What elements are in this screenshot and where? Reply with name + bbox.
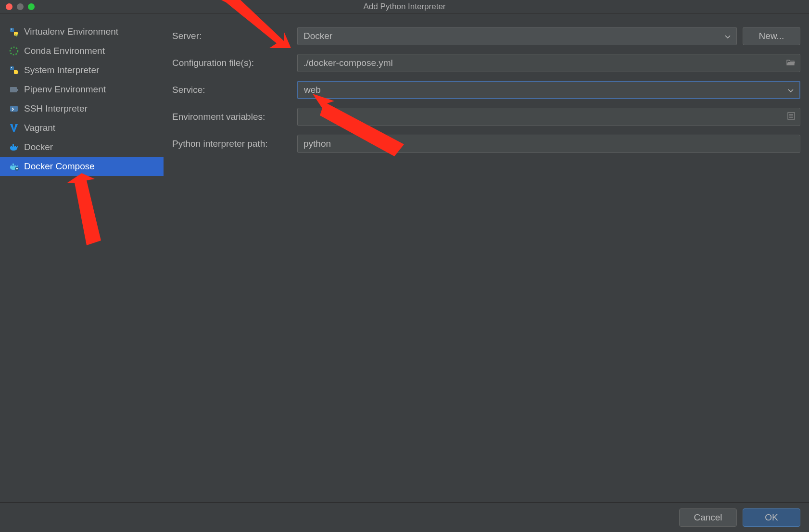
svg-point-0 (11, 29, 12, 30)
maximize-window-icon[interactable] (28, 3, 35, 10)
env-variables-input[interactable] (297, 108, 800, 126)
sidebar-item-ssh[interactable]: SSH Interpreter (0, 99, 164, 118)
ok-button[interactable]: OK (743, 508, 800, 527)
svg-text:v: v (15, 33, 18, 37)
sidebar-item-system[interactable]: System Interpreter (0, 61, 164, 80)
service-dropdown[interactable]: web (297, 81, 800, 99)
svg-rect-4 (10, 87, 17, 92)
svg-point-2 (10, 47, 18, 55)
sidebar-item-label: Docker Compose (24, 161, 95, 172)
interpreter-type-sidebar: v Virtualenv Environment Conda Environme… (0, 13, 164, 502)
docker-compose-icon (9, 161, 19, 172)
window-controls (0, 3, 35, 10)
close-window-icon[interactable] (6, 3, 13, 10)
sidebar-item-label: System Interpreter (24, 65, 99, 76)
chevron-down-icon (725, 31, 731, 41)
server-dropdown-value: Docker (303, 31, 332, 41)
sidebar-item-pipenv[interactable]: Pipenv Environment (0, 80, 164, 99)
python-v-icon: v (9, 26, 19, 37)
window-title: Add Python Interpreter (363, 2, 445, 12)
new-server-button[interactable]: New... (743, 27, 800, 45)
svg-point-3 (11, 67, 12, 68)
minimize-window-icon[interactable] (17, 3, 24, 10)
sidebar-item-docker[interactable]: Docker (0, 138, 164, 157)
titlebar: Add Python Interpreter (0, 0, 809, 13)
service-label: Service: (172, 85, 291, 95)
svg-rect-16 (16, 168, 18, 169)
sidebar-item-label: Vagrant (24, 123, 55, 133)
dialog-footer: Cancel OK (0, 502, 809, 532)
form-panel: Server: Docker New... Configuration file… (164, 13, 809, 502)
svg-rect-13 (13, 164, 14, 165)
svg-rect-9 (13, 144, 14, 146)
sidebar-item-label: Conda Environment (24, 46, 105, 56)
sidebar-item-label: Pipenv Environment (24, 84, 106, 95)
sidebar-item-docker-compose[interactable]: Docker Compose (0, 157, 164, 176)
cancel-button[interactable]: Cancel (679, 508, 737, 527)
python-icon (9, 65, 19, 76)
vagrant-icon (9, 123, 19, 133)
config-files-value: ./docker-compose.yml (303, 58, 393, 68)
sidebar-item-label: SSH Interpreter (24, 103, 88, 114)
config-files-input[interactable]: ./docker-compose.yml (297, 54, 800, 72)
sidebar-item-label: Virtualenv Environment (24, 26, 118, 37)
conda-icon (9, 46, 19, 56)
chevron-down-icon (788, 85, 794, 95)
folder-open-icon[interactable] (786, 58, 795, 68)
interpreter-path-value: python (303, 139, 331, 149)
config-label: Configuration file(s): (172, 58, 291, 68)
server-label: Server: (172, 31, 291, 41)
pipenv-icon (9, 84, 19, 95)
docker-icon (9, 142, 19, 152)
ssh-icon (9, 103, 19, 114)
sidebar-item-vagrant[interactable]: Vagrant (0, 118, 164, 138)
sidebar-item-conda[interactable]: Conda Environment (0, 41, 164, 61)
service-dropdown-value: web (304, 85, 321, 95)
sidebar-item-virtualenv[interactable]: v Virtualenv Environment (0, 22, 164, 41)
sidebar-item-label: Docker (24, 142, 53, 152)
server-dropdown[interactable]: Docker (297, 27, 737, 45)
interpreter-path-label: Python interpreter path: (172, 139, 291, 149)
svg-rect-5 (17, 89, 18, 91)
svg-rect-6 (10, 106, 18, 112)
list-edit-icon[interactable] (787, 112, 795, 122)
env-label: Environment variables: (172, 112, 291, 122)
interpreter-path-input[interactable]: python (297, 135, 800, 153)
